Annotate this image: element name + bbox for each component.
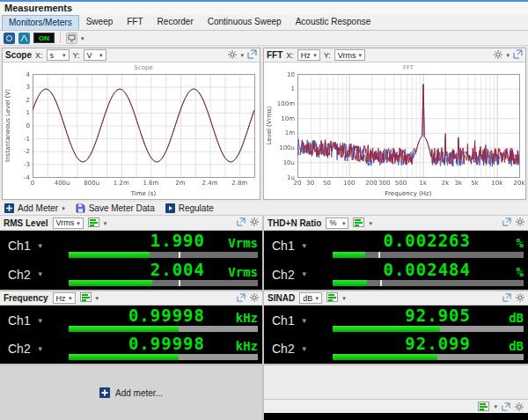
scope-y-unit-select[interactable]: V▾ — [84, 49, 106, 61]
popout-icon[interactable] — [237, 293, 246, 304]
popout-icon[interactable] — [502, 399, 510, 415]
channel-caret-icon: ▼ — [37, 317, 44, 325]
tab-monitors-meters[interactable]: Monitors/Meters — [2, 15, 79, 30]
display-mode-icon[interactable] — [353, 217, 364, 229]
meter-title: SINAD — [268, 293, 295, 303]
add-meter-placeholder-button[interactable]: Add meter... — [99, 387, 163, 398]
display-mode-icon[interactable] — [478, 399, 489, 415]
scope-y-label: Y: — [73, 51, 80, 60]
meters-grid: RMS Level Vrms▾ ▾ Ch1▼ 1.990Vrms Ch2▼ 2.… — [0, 216, 528, 420]
channel-caret-icon: ▼ — [37, 270, 44, 278]
level-bar-fill — [333, 354, 437, 360]
channel-value: 0.99998kHz — [69, 307, 258, 326]
channel-selector[interactable]: Ch1▼ — [0, 239, 63, 253]
add-meter-button[interactable]: Add Meter▾ — [4, 203, 65, 213]
channel-caret-icon: ▼ — [301, 317, 308, 325]
display-mode-caret[interactable]: ▾ — [96, 295, 99, 301]
settings-gear-icon[interactable] — [516, 217, 524, 228]
channel-selector[interactable]: Ch1▼ — [264, 239, 327, 253]
settings-gear-icon[interactable] — [250, 217, 259, 228]
fft-chart-canvas[interactable] — [264, 63, 525, 199]
channel-selector[interactable]: Ch2▼ — [0, 268, 63, 282]
fft-x-unit-select[interactable]: Hz▾ — [297, 49, 320, 61]
meter-channel-row: Ch2▼ 2.004Vrms — [0, 262, 262, 289]
display-mode-icon[interactable] — [80, 292, 92, 304]
tab-acoustic-response[interactable]: Acoustic Response — [289, 14, 378, 30]
channel-value: 0.002263% — [333, 232, 524, 251]
display-mode-caret[interactable]: ▾ — [342, 295, 346, 301]
display-mode-caret[interactable]: ▾ — [494, 403, 497, 409]
app-icon-1[interactable] — [4, 33, 15, 44]
popout-icon[interactable] — [237, 217, 246, 228]
meter-channel-row: Ch1▼ 92.905dB — [264, 307, 528, 334]
fft-y-unit-select[interactable]: Vrms▾ — [334, 49, 365, 61]
channel-caret-icon: ▼ — [37, 242, 44, 250]
partial-meter-panel: ▾ — [264, 365, 528, 420]
meter-unit-select[interactable]: Hz▾ — [53, 292, 76, 304]
scope-popout-icon[interactable] — [247, 49, 257, 61]
app-icon-2[interactable] — [18, 33, 30, 44]
channel-level-bar — [69, 280, 258, 286]
level-peak-marker — [179, 280, 180, 286]
add-meter-slot: Add meter... — [0, 365, 262, 420]
save-meter-data-button[interactable]: Save Meter Data — [76, 203, 155, 213]
meter-panel: SINAD dB▾ ▾ Ch1▼ 92.905dB Ch2▼ 92.099dB — [264, 291, 528, 364]
regulate-button[interactable]: Regulate — [165, 203, 214, 213]
toolbar-separator — [60, 33, 61, 43]
channel-selector[interactable]: Ch1▼ — [264, 313, 327, 328]
toolbar-dropdown-caret[interactable]: ▾ — [81, 35, 84, 41]
tab-fft[interactable]: FFT — [120, 14, 150, 30]
channel-level-bar — [333, 252, 524, 258]
scope-chart-canvas[interactable] — [3, 63, 260, 199]
channel-selector[interactable]: Ch2▼ — [0, 342, 63, 356]
level-bar-fill — [69, 280, 152, 286]
tab-sweep[interactable]: Sweep — [79, 14, 121, 30]
channel-selector[interactable]: Ch2▼ — [264, 342, 327, 356]
meter-title: Frequency — [4, 293, 48, 303]
scope-gear-caret[interactable]: ▾ — [240, 52, 244, 58]
scope-gear-icon[interactable] — [228, 50, 237, 61]
meter-title: RMS Level — [4, 218, 48, 228]
meter-unit-select[interactable]: dB▾ — [299, 292, 322, 304]
fft-gear-icon[interactable] — [494, 50, 502, 61]
generator-on-toggle[interactable]: ON — [33, 33, 55, 43]
fft-panel-header: FFT X: Hz▾ Y: Vrms▾ ▾ — [264, 48, 525, 63]
measurement-tabs: Monitors/MetersSweepFFTRecorderContinuou… — [0, 15, 528, 31]
channel-selector[interactable]: Ch2▼ — [264, 268, 327, 282]
display-mode-icon[interactable] — [88, 217, 99, 229]
meter-unit-select[interactable]: Vrms▾ — [53, 217, 84, 229]
display-mode-caret[interactable]: ▾ — [369, 220, 372, 226]
meter-unit-select[interactable]: %▾ — [326, 217, 348, 229]
popout-icon[interactable] — [502, 217, 511, 228]
level-bar-fill — [333, 252, 365, 258]
settings-gear-icon[interactable] — [516, 293, 524, 304]
channel-value: 92.905dB — [333, 307, 524, 326]
meter-channel-row: Ch1▼ 0.99998kHz — [0, 307, 262, 334]
channel-level-bar — [69, 326, 258, 332]
fft-y-label: Y: — [324, 51, 331, 60]
level-bar-fill — [69, 354, 179, 360]
level-peak-marker — [378, 252, 380, 258]
channel-caret-icon: ▼ — [37, 345, 44, 353]
tab-continuous-sweep[interactable]: Continuous Sweep — [201, 14, 289, 30]
channel-value: 92.099dB — [333, 335, 524, 354]
channel-value: 0.99998kHz — [69, 335, 258, 354]
meter-channel-row: Ch2▼ 0.99998kHz — [0, 335, 262, 362]
tab-recorder[interactable]: Recorder — [150, 14, 201, 30]
display-mode-icon[interactable] — [326, 292, 338, 304]
fft-x-label: X: — [286, 51, 294, 60]
scope-x-label: X: — [35, 51, 43, 60]
settings-gear-icon[interactable] — [250, 293, 259, 304]
meter-body: Ch1▼ 0.002263% Ch2▼ 0.002484% — [264, 231, 528, 290]
display-mode-caret[interactable]: ▾ — [104, 220, 107, 226]
monitor-settings-icon[interactable] — [66, 33, 77, 44]
fft-gear-caret[interactable]: ▾ — [506, 52, 510, 58]
channel-selector[interactable]: Ch1▼ — [0, 313, 63, 328]
fft-popout-icon[interactable] — [513, 49, 523, 61]
scope-x-unit-select[interactable]: s▾ — [47, 49, 70, 61]
level-bar-fill — [333, 280, 367, 286]
partial-meter-header: ▾ — [264, 399, 528, 413]
settings-gear-icon[interactable] — [515, 399, 524, 415]
meter-toolbar: Add Meter▾ Save Meter Data Regulate — [0, 202, 528, 216]
popout-icon[interactable] — [502, 293, 511, 304]
